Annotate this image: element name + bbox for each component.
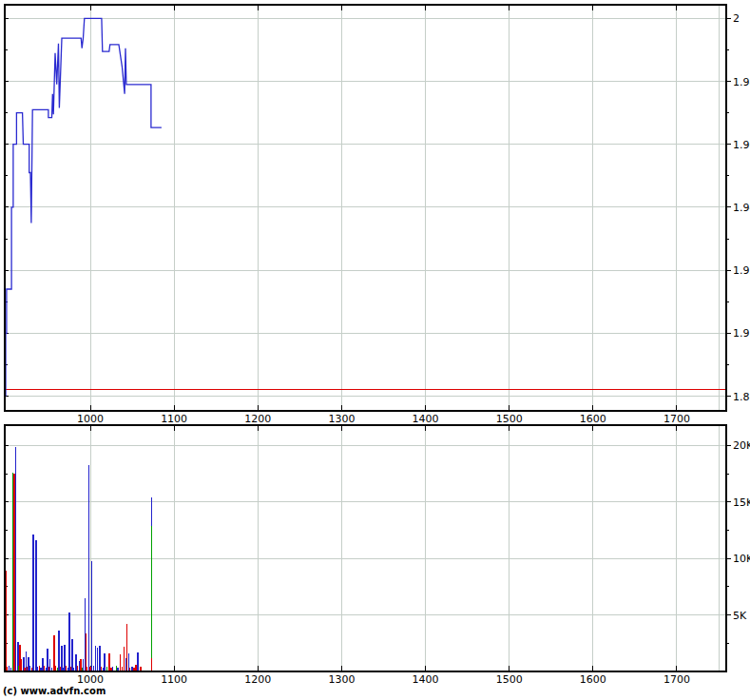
volume-bar [99, 646, 100, 671]
x-axis-label-mid: 1300 [328, 413, 355, 425]
volume-bar [35, 540, 36, 671]
volume-bar-stacked-segment [151, 526, 152, 658]
volume-bar [53, 635, 54, 671]
volume-axis-label: 10K [733, 553, 750, 565]
price-axis-label: 1.94 [733, 202, 750, 214]
volume-axis-label: 20K [733, 439, 750, 452]
volume-bar [13, 474, 14, 671]
volume-bar [49, 659, 50, 671]
volume-bar [71, 639, 72, 672]
volume-bar [19, 645, 20, 672]
x-axis-label-mid: 1000 [77, 413, 104, 425]
volume-bar [126, 624, 127, 671]
volume-bar [137, 652, 138, 671]
x-axis-label-mid: 1200 [244, 413, 271, 425]
x-axis-label-bottom: 1200 [244, 673, 271, 686]
x-axis-label-bottom: 1600 [580, 673, 606, 686]
volume-bar [91, 561, 92, 671]
volume-bar [47, 649, 48, 671]
price-axis-label: 1.96 [733, 139, 750, 151]
volume-bar [26, 651, 27, 671]
volume-bar [95, 646, 96, 671]
volume-bar [15, 447, 16, 671]
x-axis-label-mid: 1500 [496, 413, 523, 425]
volume-bar [66, 666, 67, 671]
volume-bar [44, 666, 45, 671]
volume-bar [39, 666, 40, 671]
volume-bar [42, 658, 43, 671]
x-axis-label-mid: 1600 [580, 413, 606, 425]
volume-bar [93, 666, 94, 671]
stock-chart-svg: 1000100011001100120012001300130014001400… [0, 0, 750, 700]
volume-chart-frame [5, 425, 726, 671]
advfn-stock-chart-page: 1000100011001100120012001300130014001400… [0, 0, 750, 700]
volume-bar [75, 654, 76, 671]
volume-bar [124, 647, 125, 671]
volume-bar-stacked-segment [151, 497, 152, 526]
price-axis-label: 1.9 [733, 327, 750, 340]
price-chart-frame [5, 5, 726, 411]
volume-bar-stacked-segment [151, 658, 152, 671]
volume-bar [128, 653, 129, 671]
volume-bar [58, 631, 59, 671]
volume-bar [21, 659, 22, 671]
volume-bar [108, 653, 109, 671]
price-axis-label: 1.98 [733, 76, 750, 88]
x-axis-label-bottom: 1700 [663, 673, 690, 686]
volume-bar [135, 665, 136, 671]
volume-bar [77, 666, 78, 671]
x-axis-label-bottom: 1500 [496, 673, 523, 686]
volume-axis-label: 5K [733, 610, 747, 622]
x-axis-label-mid: 1700 [663, 413, 690, 425]
copyright-text: (c) www.advfn.com [3, 686, 106, 696]
volume-bar [12, 473, 13, 671]
volume-axis-label: 15K [733, 496, 750, 509]
x-axis-label-bottom: 1100 [161, 673, 187, 686]
x-axis-label-mid: 1400 [413, 413, 439, 425]
volume-bar [120, 654, 121, 671]
volume-bar [86, 633, 87, 671]
x-axis-label-bottom: 1000 [77, 673, 104, 686]
volume-bar [88, 465, 89, 671]
volume-bar [28, 657, 29, 671]
volume-bar [9, 666, 10, 671]
volume-bar [55, 666, 56, 671]
volume-bar [83, 659, 84, 671]
volume-bar [68, 612, 69, 671]
x-axis-label-mid: 1100 [161, 413, 187, 425]
volume-bar [32, 535, 33, 671]
volume-bar [116, 666, 117, 671]
price-axis-label: 1.88 [733, 391, 750, 403]
price-axis-label: 1.92 [733, 264, 750, 277]
volume-bar [97, 648, 98, 671]
x-axis-label-bottom: 1400 [413, 673, 439, 686]
x-axis-label-bottom: 1300 [328, 673, 355, 686]
volume-bar [61, 646, 62, 671]
volume-bar [104, 653, 105, 671]
volume-bar [29, 666, 30, 671]
price-axis-label: 2 [733, 12, 740, 25]
volume-bar [64, 645, 65, 672]
